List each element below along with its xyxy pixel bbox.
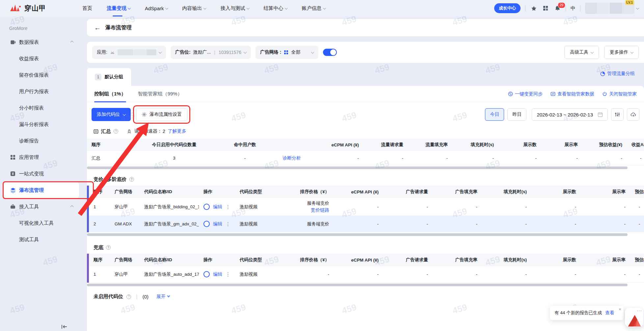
expand-label: 展开	[156, 294, 166, 300]
expand-link[interactable]: 展开	[156, 294, 170, 300]
widget-more-icon[interactable]: ···	[637, 308, 642, 313]
nav-item-home[interactable]: 首页	[82, 0, 92, 16]
sidebar-item-visual-integration-tools[interactable]: 可视化接入工具	[3, 215, 79, 231]
sidebar-item-funnel-report[interactable]: 漏斗分析报表	[3, 116, 79, 133]
metric-cell: -	[383, 204, 433, 209]
row-toggle[interactable]	[203, 204, 210, 210]
date-range-picker[interactable]: 2026-02-13 ~ 2026-02-13	[532, 108, 608, 121]
tab-default-group[interactable]: 1 默认分组	[87, 68, 131, 86]
column-header: 展示率	[541, 142, 582, 148]
sidebar-item-data-reports[interactable]: 数据报表	[3, 34, 79, 50]
sidebar-item-retention-report[interactable]: 留存价值报表	[3, 67, 79, 83]
assistant-widget[interactable]: ···	[625, 308, 643, 327]
close-icon[interactable]: ×	[619, 307, 621, 312]
divider: |	[214, 50, 215, 55]
chevron-down-icon	[243, 50, 247, 54]
language-toggle[interactable]: 中	[571, 5, 576, 12]
nav-item-settlement[interactable]: 结算中心	[264, 0, 287, 16]
one-click-sync-link[interactable]: 一键变更同步	[508, 91, 543, 97]
help-icon[interactable]: ?	[106, 245, 111, 250]
nav-item-integration-test[interactable]: 接入与测试	[221, 0, 249, 16]
today-button[interactable]: 今日	[485, 108, 504, 121]
tab-smart-group[interactable]: 智能管家组（99%）	[138, 86, 182, 102]
help-icon[interactable]: ?	[114, 129, 118, 134]
ad-unit-name: 激励广告场景_auto_add_17...	[144, 271, 199, 277]
price-type: 服务端竞价	[288, 221, 334, 227]
toolbox-icon	[10, 204, 16, 210]
sidebar-item-label: 用户行为报表	[19, 89, 49, 95]
sidebar-item-one-stop-monetization[interactable]: ¥ 一站式变现	[3, 166, 79, 182]
help-icon[interactable]: ?	[126, 294, 131, 299]
edit-link[interactable]: 编辑	[213, 204, 222, 210]
column-header: 代码位类型	[235, 257, 288, 263]
horizontal-scrollbar[interactable]	[87, 284, 628, 286]
kebab-menu-icon[interactable]: ⋮	[226, 221, 230, 227]
advanced-tools-button[interactable]: 高级工具	[564, 46, 599, 59]
help-icon[interactable]: ?	[129, 177, 134, 182]
kebab-menu-icon[interactable]: ⋮	[226, 271, 230, 277]
horizontal-scrollbar[interactable]	[87, 233, 628, 236]
date-range-value: 2026-02-13 ~ 2026-02-13	[537, 112, 593, 117]
ad-network: 穿山甲	[110, 204, 140, 210]
sidebar-item-diagnosis-report[interactable]: 诊断报告	[3, 133, 79, 149]
kebab-menu-icon[interactable]: ⋮	[226, 204, 230, 210]
waterfall-toolbar: 添加代码位 瀑布流属性设置 今日 昨日 2026-02-13 ~ 2026-02…	[87, 107, 644, 122]
bidding-table: 顺序 广告网络 代码位名称/ID 操作 代码位类型 排序价格（¥） eCPM A…	[87, 186, 644, 232]
network-filter[interactable]: 广告网络 : 全部	[255, 46, 319, 59]
bidding-chain-link[interactable]: 竞价链路	[311, 207, 329, 214]
back-arrow-icon[interactable]: ←	[94, 24, 101, 32]
edit-link[interactable]: 编辑	[213, 221, 222, 227]
horizontal-scrollbar[interactable]	[87, 166, 628, 169]
sidebar-group-label: GroMore	[9, 26, 82, 32]
metric-cell: -	[531, 272, 581, 277]
unused-label: 未启用代码位	[94, 293, 123, 300]
double-chevron-down-icon	[168, 296, 170, 297]
sidebar-item-hourly-report[interactable]: 分小时报表	[3, 100, 79, 116]
column-header: 收益API	[627, 142, 644, 148]
yesterday-button[interactable]: 昨日	[507, 108, 526, 121]
column-settings-icon[interactable]	[611, 108, 624, 121]
nav-item-content-output[interactable]: 内容输出	[182, 0, 206, 16]
bell-icon[interactable]: 29	[554, 5, 561, 12]
view-smart-data-link[interactable]: 查看智能管家数据	[550, 91, 594, 97]
account-menu[interactable]: LV.1	[585, 3, 639, 14]
row-toggle[interactable]	[203, 221, 210, 227]
waterfall-settings-button[interactable]: 瀑布流属性设置	[136, 108, 187, 121]
close-smart-manager-link[interactable]: 关闭智能管家	[602, 91, 637, 97]
nav-item-monetization[interactable]: 流量变现	[107, 0, 130, 16]
filter-toggle[interactable]	[323, 49, 337, 56]
column-header: 预估收益(¥)	[630, 257, 644, 263]
notification-text: 有 44 个新的报告已生成	[554, 310, 602, 316]
nav-item-adspark[interactable]: AdSpark	[145, 0, 168, 16]
growth-center-button[interactable]: 成长中心	[494, 3, 521, 13]
placement-filter[interactable]: 广告位: 激励广... | 103911576	[171, 46, 251, 59]
edit-link[interactable]: 编辑	[213, 271, 222, 277]
nav-item-account[interactable]: 账户信息	[302, 0, 326, 16]
summary-cell: -	[582, 156, 627, 161]
apps-grid-icon[interactable]	[542, 5, 549, 12]
download-icon[interactable]	[627, 108, 639, 121]
row-toggle[interactable]	[203, 271, 210, 277]
view-report-link[interactable]: 查看	[605, 310, 614, 316]
sidebar-collapse-icon[interactable]	[61, 324, 67, 330]
sidebar-item-integration-tools[interactable]: 接入工具	[3, 198, 79, 215]
sidebar-item-app-management[interactable]: 应用管理	[3, 149, 79, 166]
app-filter[interactable]: 应用:	[92, 46, 166, 59]
pie-chart-icon	[600, 71, 605, 76]
sidebar-item-testing-tools[interactable]: 测试工具	[3, 231, 79, 248]
sidebar-item-behavior-report[interactable]: 用户行为报表	[3, 83, 79, 100]
column-header: 顺序	[89, 257, 110, 263]
column-header: 广告网络	[110, 189, 140, 195]
tab-control-group[interactable]: 控制组（1%）	[94, 86, 126, 102]
more-actions-button[interactable]: 更多操作	[604, 46, 639, 59]
star-icon[interactable]	[530, 5, 537, 12]
manage-traffic-groups-link[interactable]: 管理流量分组	[600, 71, 635, 77]
sidebar-item-revenue-report[interactable]: 收益报表	[3, 50, 79, 67]
column-header: 填充耗时(s)	[482, 257, 531, 263]
chevron-up-icon	[70, 205, 74, 208]
add-ad-unit-button[interactable]: 添加代码位	[92, 108, 131, 121]
diagnose-link[interactable]: 诊断分析	[282, 155, 316, 161]
sidebar-item-waterfall-management[interactable]: 瀑布流管理	[3, 182, 79, 198]
metric-cell: -	[482, 272, 531, 277]
learn-more-link[interactable]: 了解更多	[168, 128, 186, 134]
